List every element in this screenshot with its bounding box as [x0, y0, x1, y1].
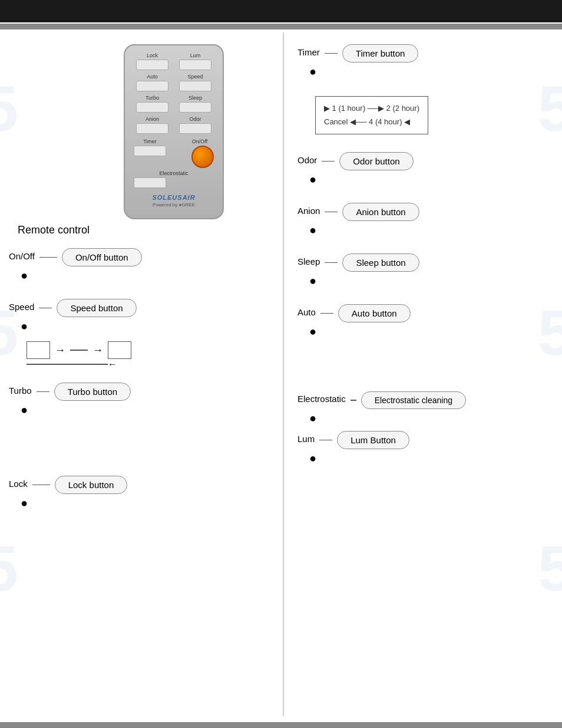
- remote-col-auto: Auto: [134, 74, 171, 91]
- remote-control-text: Remote control: [18, 224, 90, 236]
- remote-col-lock: Lock: [134, 52, 171, 70]
- lock-row: Lock Lock button: [9, 476, 292, 494]
- odor-connector: [322, 161, 335, 162]
- turbo-bullet: ●: [21, 403, 292, 417]
- return-line: [27, 364, 108, 365]
- remote-label-onoff: On/Off: [192, 139, 207, 144]
- onoff-button[interactable]: On/Off button: [62, 248, 142, 266]
- remote-col-timer: Timer: [134, 139, 166, 156]
- lum-bullet: ●: [309, 452, 551, 465]
- content-area: Lock Lum Auto Speed: [0, 29, 562, 510]
- lum-button[interactable]: Lum Button: [337, 431, 409, 449]
- speed-return-arrow: ←: [27, 359, 292, 370]
- anion-label: Anion: [297, 206, 320, 216]
- return-arrow: ←: [108, 359, 117, 370]
- speed-diagram: → →: [27, 341, 292, 359]
- remote-label-odor: Odor: [189, 116, 201, 122]
- left-column: Lock Lum Auto Speed: [9, 38, 292, 510]
- remote-btn-lock: [136, 60, 168, 70]
- speed-row: Speed Speed button: [9, 299, 292, 317]
- timer-bullet: ●: [309, 65, 551, 78]
- electrostatic-label: Electrostatic: [297, 394, 346, 404]
- lum-connector: [319, 440, 332, 441]
- timer-diagram-line1: ▶ 1 (1 hour) ──▶ 2 (2 hour): [324, 101, 419, 115]
- remote-col-speed: Speed: [177, 74, 214, 91]
- odor-section: Odor Odor button ●: [297, 152, 551, 186]
- lum-label: Lum: [297, 434, 315, 444]
- remote-btn-turbo: [136, 102, 168, 113]
- auto-button[interactable]: Auto button: [338, 304, 411, 322]
- timer-row: Timer Timer button: [297, 44, 551, 62]
- remote-label-anion: Anion: [146, 116, 159, 122]
- sleep-connector: [325, 262, 338, 263]
- gray-bar: [0, 24, 562, 29]
- lock-button[interactable]: Lock button: [55, 476, 128, 494]
- remote-btn-odor: [179, 123, 211, 134]
- top-bar: [0, 0, 562, 22]
- sleep-row: Sleep Sleep button: [297, 253, 551, 272]
- remote-wrapper: Lock Lum Auto Speed: [56, 44, 292, 219]
- anion-bullet: ●: [309, 223, 551, 237]
- remote-label-sleep: Sleep: [189, 95, 202, 101]
- bottom-bar: [0, 722, 562, 728]
- sleep-section: Sleep Sleep button ●: [297, 253, 551, 288]
- remote-label-turbo: Turbo: [146, 95, 159, 101]
- timer-button[interactable]: Timer button: [342, 44, 419, 62]
- onoff-section: On/Off On/Off button ●: [9, 248, 292, 282]
- soleus-logo: SOLEUSAIR: [134, 194, 214, 201]
- remote-control-label: Remote control: [18, 224, 292, 236]
- timer-label: Timer: [297, 47, 320, 57]
- electrostatic-bullet: ●: [309, 411, 551, 425]
- remote-label-speed: Speed: [187, 74, 203, 80]
- arrow-right-2: →: [92, 344, 103, 357]
- speed-box-1: [27, 341, 50, 359]
- right-column: Timer Timer button ● ▶ 1 (1 hour) ──▶ 2 …: [297, 38, 551, 510]
- lock-connector: [32, 485, 50, 486]
- speed-box-2: [108, 341, 131, 359]
- anion-section: Anion Anion button ●: [297, 203, 551, 237]
- remote-col-lum: Lum: [177, 52, 214, 70]
- remote-onoff-circle: [191, 146, 214, 168]
- sleep-button[interactable]: Sleep button: [342, 253, 419, 272]
- turbo-connector: [37, 391, 49, 393]
- remote-label-electrostatic: Electrostatic: [134, 170, 214, 176]
- onoff-bullet: ●: [21, 269, 292, 282]
- remote-label-lock: Lock: [147, 52, 158, 58]
- remote-btn-anion: [136, 123, 168, 134]
- remote-btn-electrostatic: [134, 177, 166, 188]
- odor-button[interactable]: Odor button: [339, 152, 413, 170]
- onoff-row: On/Off On/Off button: [9, 248, 292, 266]
- watermark: 5: [538, 531, 562, 605]
- anion-row: Anion Anion button: [297, 203, 551, 221]
- onoff-connector: [39, 257, 57, 258]
- lock-section: Lock Lock button ●: [9, 476, 292, 510]
- page: 5 5 5 5 5 5 Lock Lum: [0, 0, 562, 728]
- auto-connector: [320, 313, 333, 314]
- lum-row: Lum Lum Button: [297, 431, 551, 449]
- arrow-line: [70, 350, 88, 351]
- remote-col-odor: Odor: [177, 116, 214, 134]
- turbo-row: Turbo Turbo button: [9, 383, 292, 401]
- speed-bullet: ●: [21, 319, 292, 333]
- odor-bullet: ●: [309, 173, 551, 186]
- lum-section: Lum Lum Button ●: [297, 431, 551, 465]
- turbo-button[interactable]: Turbo button: [54, 383, 131, 401]
- auto-row: Auto Auto button: [297, 304, 551, 322]
- speed-button[interactable]: Speed button: [57, 299, 136, 317]
- electrostatic-button[interactable]: Electrostatic cleaning: [361, 391, 466, 409]
- sleep-label: Sleep: [297, 256, 320, 266]
- anion-button[interactable]: Anion button: [342, 203, 419, 221]
- odor-label: Odor: [297, 155, 317, 165]
- odor-row: Odor Odor button: [297, 152, 551, 170]
- remote-col-onoff: On/Off: [186, 139, 214, 168]
- remote-btn-timer: [134, 146, 166, 156]
- remote-col-electrostatic: Electrostatic: [134, 170, 214, 188]
- remote-control-image: Lock Lum Auto Speed: [124, 44, 224, 219]
- arrow-right-1: →: [55, 344, 65, 357]
- remote-label-auto: Auto: [147, 74, 158, 80]
- remote-btn-speed: [179, 81, 211, 91]
- electrostatic-connector: [351, 400, 356, 401]
- auto-bullet: ●: [309, 325, 551, 338]
- remote-col-anion: Anion: [134, 116, 171, 134]
- lock-label: Lock: [9, 479, 28, 489]
